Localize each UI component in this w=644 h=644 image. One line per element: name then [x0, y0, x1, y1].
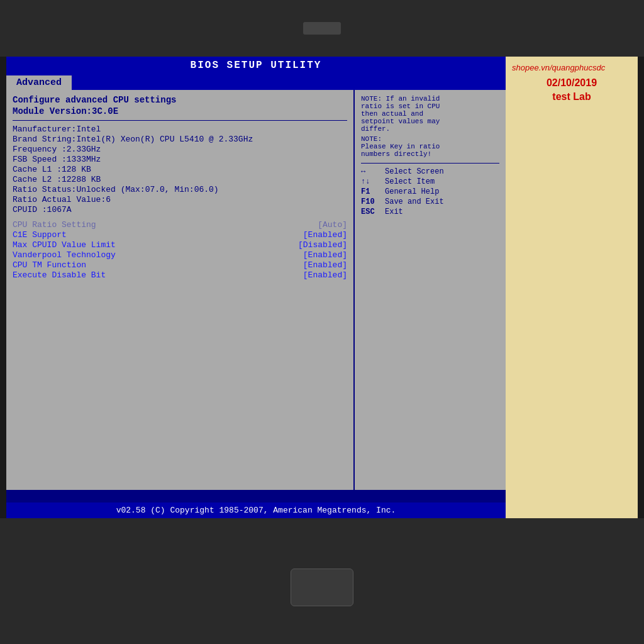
- bios-footer: v02.58 (C) Copyright 1985-2007, American…: [6, 502, 506, 518]
- touchpad[interactable]: [291, 569, 353, 606]
- bios-right-divider: [361, 163, 499, 164]
- nav-desc-0: Select Screen: [385, 167, 444, 176]
- nav-row-0: ↔Select Screen: [361, 167, 499, 176]
- bios-manufacturer: Manufacturer:Intel: [13, 125, 347, 134]
- note-paper: shopee.vn/quangphucsdc 02/10/2019 test L…: [506, 57, 638, 518]
- bios-cpu-ratio-value: [Auto]: [318, 220, 347, 230]
- top-bezel: [0, 0, 644, 57]
- nav-key-2: F1: [361, 187, 380, 196]
- bios-note-line3: then actual and: [361, 110, 499, 118]
- bios-note-line5: differ.: [361, 125, 499, 133]
- note-label: test Lab: [512, 91, 631, 103]
- bios-left-panel: Configure advanced CPU settings Module V…: [6, 90, 355, 490]
- bios-note-line7: Please Key in ratio: [361, 143, 499, 150]
- nav-key-1: ↑↓: [361, 177, 380, 186]
- bios-frequency: Frequency :2.33GHz: [13, 145, 347, 154]
- note-date: 02/10/2019: [512, 77, 631, 89]
- setting-value-0: [Enabled]: [303, 230, 347, 240]
- bios-fsb-speed: FSB Speed :1333MHz: [13, 155, 347, 164]
- nav-row-2: F1General Help: [361, 187, 499, 196]
- nav-row-3: F10Save and Exit: [361, 197, 499, 206]
- bios-section-heading2: Module Version:3C.0E: [13, 106, 347, 116]
- nav-row-1: ↑↓Select Item: [361, 177, 499, 186]
- bios-setting-row-2[interactable]: Vanderpool Technology[Enabled]: [13, 250, 347, 260]
- nav-desc-4: Exit: [385, 208, 403, 216]
- setting-value-2: [Enabled]: [303, 250, 347, 260]
- bios-section-heading1: Configure advanced CPU settings: [13, 95, 347, 105]
- setting-name-2: Vanderpool Technology: [13, 250, 116, 260]
- bios-footer-text: v02.58 (C) Copyright 1985-2007, American…: [116, 506, 396, 515]
- webcam: [303, 22, 341, 35]
- bios-note-line2: ratio is set in CPU: [361, 103, 499, 110]
- bios-note-line1: NOTE: If an invalid: [361, 95, 499, 103]
- bios-content: Configure advanced CPU settings Module V…: [6, 90, 506, 490]
- bios-cpu-ratio-row[interactable]: CPU Ratio Setting [Auto]: [13, 220, 347, 230]
- bios-cpu-ratio-label: CPU Ratio Setting: [13, 220, 96, 230]
- setting-name-0: C1E Support: [13, 230, 67, 240]
- bios-title: BIOS SETUP UTILITY: [6, 57, 506, 74]
- setting-name-3: CPU TM Function: [13, 260, 86, 270]
- bios-note-line6: NOTE:: [361, 135, 499, 143]
- bios-cache-l2: Cache L2 :12288 KB: [13, 175, 347, 184]
- setting-value-4: [Enabled]: [303, 270, 347, 280]
- bios-cpuid: CPUID :1067A: [13, 205, 347, 214]
- bios-right-panel: NOTE: If an invalid ratio is set in CPU …: [355, 90, 506, 490]
- bios-setting-row-3[interactable]: CPU TM Function[Enabled]: [13, 260, 347, 270]
- nav-row-4: ESCExit: [361, 208, 499, 216]
- setting-value-3: [Enabled]: [303, 260, 347, 270]
- nav-key-0: ↔: [361, 167, 380, 176]
- setting-value-1: [Disabled]: [298, 240, 347, 250]
- nav-desc-1: Select Item: [385, 177, 435, 186]
- bios-setting-row-4[interactable]: Execute Disable Bit[Enabled]: [13, 270, 347, 280]
- nav-desc-2: General Help: [385, 187, 439, 196]
- bios-setting-row-0[interactable]: C1E Support[Enabled]: [13, 230, 347, 240]
- bios-ratio-status: Ratio Status:Unlocked (Max:07.0, Min:06.…: [13, 185, 347, 194]
- bios-note-line8: numbers directly!: [361, 150, 499, 158]
- bios-right-note: NOTE: If an invalid ratio is set in CPU …: [361, 95, 499, 158]
- nav-desc-3: Save and Exit: [385, 197, 444, 206]
- bios-screen: BIOS SETUP UTILITY Advanced Configure ad…: [6, 57, 506, 518]
- bios-settings-list: C1E Support[Enabled]Max CPUID Value Limi…: [13, 230, 347, 280]
- tab-advanced[interactable]: Advanced: [6, 75, 72, 90]
- bios-tabbar: Advanced: [6, 74, 506, 90]
- nav-key-4: ESC: [361, 208, 380, 216]
- bios-cache-l1: Cache L1 :128 KB: [13, 165, 347, 174]
- setting-name-4: Execute Disable Bit: [13, 270, 106, 280]
- bios-divider: [13, 120, 347, 121]
- note-url: shopee.vn/quangphucsdc: [512, 63, 631, 72]
- bottom-bezel: [0, 518, 644, 644]
- nav-key-3: F10: [361, 197, 380, 206]
- bios-nav-list: ↔Select Screen↑↓Select ItemF1General Hel…: [361, 167, 499, 216]
- setting-name-1: Max CPUID Value Limit: [13, 240, 116, 250]
- bios-ratio-actual: Ratio Actual Value:6: [13, 195, 347, 204]
- bios-brand-string: Brand String:Intel(R) Xeon(R) CPU L5410 …: [13, 135, 347, 144]
- laptop-bezel: BIOS SETUP UTILITY Advanced Configure ad…: [0, 0, 644, 644]
- bios-note-line4: setpoint values may: [361, 118, 499, 125]
- bios-setting-row-1[interactable]: Max CPUID Value Limit[Disabled]: [13, 240, 347, 250]
- bios-title-text: BIOS SETUP UTILITY: [191, 60, 322, 71]
